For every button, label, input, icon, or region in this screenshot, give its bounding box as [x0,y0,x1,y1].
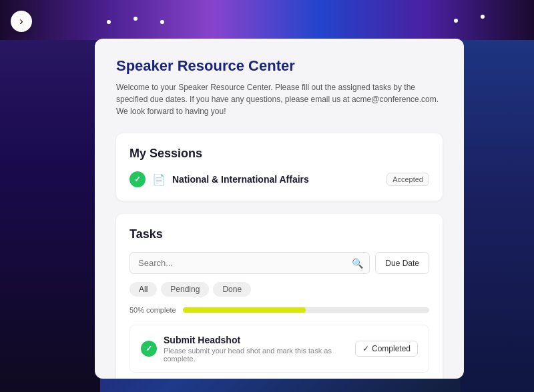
stage-light [160,20,164,24]
completed-label: Completed [372,344,411,353]
nav-arrow[interactable]: › [11,11,32,32]
progress-label: 50% complete [129,306,176,314]
filter-tab-pending[interactable]: Pending [161,282,209,297]
background-right [461,0,534,392]
due-date-button[interactable]: Due Date [375,252,429,274]
task-description: Please submit your head shot and mark th… [164,347,348,363]
tasks-search-row: 🔍 Due Date [129,252,429,274]
task-completed-badge: ✓ Completed [355,341,418,357]
sessions-section: My Sessions 📄 National & International A… [116,133,443,201]
checkmark-icon: ✓ [362,344,369,353]
stage-light [454,19,458,23]
background-left [0,0,100,392]
search-icon[interactable]: 🔍 [352,258,363,269]
session-doc-icon: 📄 [152,173,166,186]
progress-row: 50% complete [129,306,429,314]
session-status-badge: Accepted [386,173,429,186]
filter-tab-done[interactable]: Done [213,282,251,297]
task-submit-headshot[interactable]: Submit Headshot Please submit your head … [129,325,429,373]
task-title: Submit Headshot [164,335,348,345]
session-row[interactable]: 📄 National & International Affairs Accep… [129,171,429,187]
sessions-title: My Sessions [129,147,429,161]
progress-bar-background [183,307,429,313]
welcome-text: Welcome to your Speaker Resource Center.… [116,81,443,117]
session-check-icon [129,171,146,187]
stage-light [107,20,111,24]
task-check-icon [141,341,157,357]
chevron-right-icon: › [19,15,23,27]
search-input[interactable] [129,252,370,274]
search-input-wrap: 🔍 [129,252,370,274]
page-title: Speaker Resource Center [116,57,443,75]
tasks-title: Tasks [129,227,429,241]
session-name: National & International Affairs [172,174,380,185]
stage-light [481,15,485,19]
progress-bar-fill [183,307,306,313]
filter-tabs: All Pending Done [129,282,429,297]
filter-tab-all[interactable]: All [129,282,157,297]
stage-light [134,17,138,21]
tasks-section: Tasks 🔍 Due Date All Pending Done 50% co… [116,214,443,379]
main-card: Speaker Resource Center Welcome to your … [95,39,464,379]
